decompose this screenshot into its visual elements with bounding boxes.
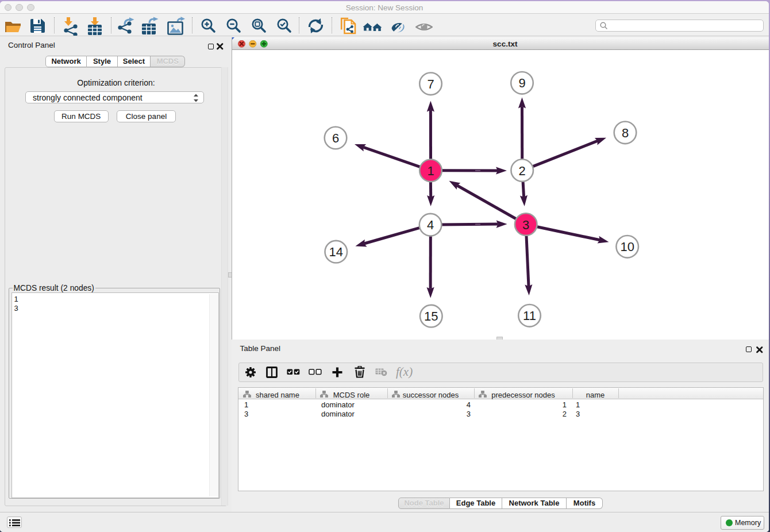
svg-text:6: 6 (332, 131, 339, 145)
svg-text:10: 10 (620, 240, 634, 254)
svg-text:3: 3 (522, 218, 529, 232)
svg-text:15: 15 (424, 309, 438, 323)
svg-text:1: 1 (427, 164, 434, 178)
svg-text:9: 9 (518, 76, 525, 90)
svg-text:11: 11 (523, 309, 536, 323)
svg-text:14: 14 (329, 245, 343, 259)
svg-text:4: 4 (427, 218, 434, 232)
svg-text:8: 8 (622, 126, 629, 140)
svg-text:7: 7 (427, 77, 434, 91)
svg-text:2: 2 (519, 164, 526, 178)
